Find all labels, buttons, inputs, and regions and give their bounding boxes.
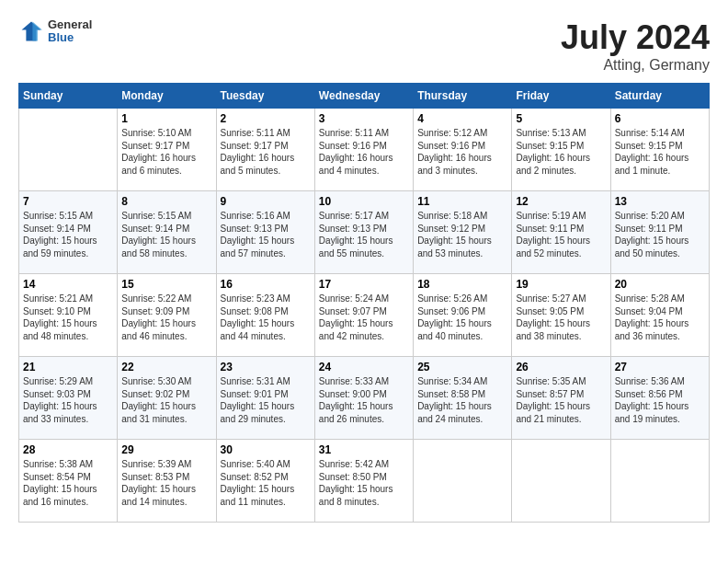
column-header-saturday: Saturday [610,84,709,109]
day-info: Sunrise: 5:12 AMSunset: 9:16 PMDaylight:… [417,127,507,177]
day-info: Sunrise: 5:10 AMSunset: 9:17 PMDaylight:… [121,127,211,177]
day-number: 26 [516,361,606,373]
day-info: Sunrise: 5:27 AMSunset: 9:05 PMDaylight:… [516,293,606,342]
day-cell: 25Sunrise: 5:34 AMSunset: 8:58 PMDayligh… [414,357,512,440]
day-number: 31 [319,443,409,456]
logo: General Blue [18,18,92,45]
title-block: July 2024 Atting, Germany [561,18,710,74]
day-cell: 2Sunrise: 5:11 AMSunset: 9:17 PMDaylight… [216,109,314,191]
day-number: 29 [121,443,211,456]
day-number: 13 [615,195,705,208]
day-number: 28 [23,443,113,456]
day-number: 25 [417,361,507,373]
location-title: Atting, Germany [561,57,710,74]
day-cell: 1Sunrise: 5:10 AMSunset: 9:17 PMDaylight… [118,109,216,191]
day-cell: 12Sunrise: 5:19 AMSunset: 9:11 PMDayligh… [512,191,610,274]
day-cell: 29Sunrise: 5:39 AMSunset: 8:53 PMDayligh… [118,440,216,523]
month-year-title: July 2024 [561,18,710,57]
day-number: 2 [221,112,311,125]
day-info: Sunrise: 5:24 AMSunset: 9:07 PMDaylight:… [319,293,409,342]
day-cell [414,440,512,523]
day-number: 20 [615,278,705,291]
day-info: Sunrise: 5:40 AMSunset: 8:52 PMDaylight:… [221,458,311,508]
day-cell: 15Sunrise: 5:22 AMSunset: 9:09 PMDayligh… [118,274,216,357]
day-info: Sunrise: 5:36 AMSunset: 8:56 PMDaylight:… [615,375,705,425]
day-info: Sunrise: 5:28 AMSunset: 9:04 PMDaylight:… [615,293,705,342]
day-number: 14 [23,278,113,291]
day-cell: 18Sunrise: 5:26 AMSunset: 9:06 PMDayligh… [414,274,512,357]
day-cell: 20Sunrise: 5:28 AMSunset: 9:04 PMDayligh… [610,274,709,357]
day-number: 24 [319,361,409,373]
day-cell: 30Sunrise: 5:40 AMSunset: 8:52 PMDayligh… [216,440,314,523]
logo-text: General Blue [48,18,92,45]
day-cell [512,440,610,523]
calendar-table: SundayMondayTuesdayWednesdayThursdayFrid… [18,83,710,523]
day-info: Sunrise: 5:38 AMSunset: 8:54 PMDaylight:… [23,458,113,508]
week-row-3: 14Sunrise: 5:21 AMSunset: 9:10 PMDayligh… [19,274,710,357]
week-row-2: 7Sunrise: 5:15 AMSunset: 9:14 PMDaylight… [19,191,710,274]
day-cell: 31Sunrise: 5:42 AMSunset: 8:50 PMDayligh… [314,440,413,523]
day-info: Sunrise: 5:17 AMSunset: 9:13 PMDaylight:… [319,210,409,259]
day-number: 3 [319,112,409,125]
day-info: Sunrise: 5:14 AMSunset: 9:15 PMDaylight:… [615,127,705,177]
day-cell: 14Sunrise: 5:21 AMSunset: 9:10 PMDayligh… [19,274,118,357]
day-number: 22 [121,361,211,373]
day-number: 7 [23,195,113,208]
week-row-4: 21Sunrise: 5:29 AMSunset: 9:03 PMDayligh… [19,357,710,440]
day-number: 1 [121,112,211,125]
day-info: Sunrise: 5:22 AMSunset: 9:09 PMDaylight:… [121,293,211,342]
day-number: 15 [121,278,211,291]
column-header-wednesday: Wednesday [314,84,413,109]
day-number: 23 [221,361,311,373]
day-info: Sunrise: 5:34 AMSunset: 8:58 PMDaylight:… [417,375,507,425]
column-header-sunday: Sunday [19,84,118,109]
calendar-header-row: SundayMondayTuesdayWednesdayThursdayFrid… [19,84,710,109]
day-info: Sunrise: 5:21 AMSunset: 9:10 PMDaylight:… [23,293,113,342]
day-info: Sunrise: 5:33 AMSunset: 9:00 PMDaylight:… [319,375,409,425]
week-row-1: 1Sunrise: 5:10 AMSunset: 9:17 PMDaylight… [19,109,710,191]
day-info: Sunrise: 5:20 AMSunset: 9:11 PMDaylight:… [615,210,705,259]
day-cell: 5Sunrise: 5:13 AMSunset: 9:15 PMDaylight… [512,109,610,191]
day-info: Sunrise: 5:30 AMSunset: 9:02 PMDaylight:… [121,375,211,425]
day-number: 16 [221,278,311,291]
day-number: 11 [417,195,507,208]
day-number: 10 [319,195,409,208]
column-header-thursday: Thursday [414,84,512,109]
day-info: Sunrise: 5:35 AMSunset: 8:57 PMDaylight:… [516,375,606,425]
day-cell: 16Sunrise: 5:23 AMSunset: 9:08 PMDayligh… [216,274,314,357]
logo-blue: Blue [48,31,92,44]
day-info: Sunrise: 5:16 AMSunset: 9:13 PMDaylight:… [221,210,311,259]
day-cell: 23Sunrise: 5:31 AMSunset: 9:01 PMDayligh… [216,357,314,440]
column-header-monday: Monday [118,84,216,109]
day-info: Sunrise: 5:39 AMSunset: 8:53 PMDaylight:… [121,458,211,508]
day-cell: 17Sunrise: 5:24 AMSunset: 9:07 PMDayligh… [314,274,413,357]
day-cell: 24Sunrise: 5:33 AMSunset: 9:00 PMDayligh… [314,357,413,440]
day-cell: 19Sunrise: 5:27 AMSunset: 9:05 PMDayligh… [512,274,610,357]
day-info: Sunrise: 5:15 AMSunset: 9:14 PMDaylight:… [121,210,211,259]
day-number: 9 [221,195,311,208]
day-number: 12 [516,195,606,208]
day-number: 6 [615,112,705,125]
day-number: 19 [516,278,606,291]
day-info: Sunrise: 5:31 AMSunset: 9:01 PMDaylight:… [221,375,311,425]
day-cell: 27Sunrise: 5:36 AMSunset: 8:56 PMDayligh… [610,357,709,440]
header: General Blue July 2024 Atting, Germany [18,18,710,74]
day-info: Sunrise: 5:19 AMSunset: 9:11 PMDaylight:… [516,210,606,259]
day-cell [19,109,118,191]
day-info: Sunrise: 5:18 AMSunset: 9:12 PMDaylight:… [417,210,507,259]
day-info: Sunrise: 5:13 AMSunset: 9:15 PMDaylight:… [516,127,606,177]
day-number: 21 [23,361,113,373]
day-cell: 7Sunrise: 5:15 AMSunset: 9:14 PMDaylight… [19,191,118,274]
day-number: 30 [221,443,311,456]
day-cell: 22Sunrise: 5:30 AMSunset: 9:02 PMDayligh… [118,357,216,440]
day-cell: 26Sunrise: 5:35 AMSunset: 8:57 PMDayligh… [512,357,610,440]
day-number: 5 [516,112,606,125]
day-cell: 11Sunrise: 5:18 AMSunset: 9:12 PMDayligh… [414,191,512,274]
day-info: Sunrise: 5:11 AMSunset: 9:17 PMDaylight:… [221,127,311,177]
day-info: Sunrise: 5:26 AMSunset: 9:06 PMDaylight:… [417,293,507,342]
column-header-friday: Friday [512,84,610,109]
day-info: Sunrise: 5:11 AMSunset: 9:16 PMDaylight:… [319,127,409,177]
day-number: 17 [319,278,409,291]
week-row-5: 28Sunrise: 5:38 AMSunset: 8:54 PMDayligh… [19,440,710,523]
day-cell [610,440,709,523]
